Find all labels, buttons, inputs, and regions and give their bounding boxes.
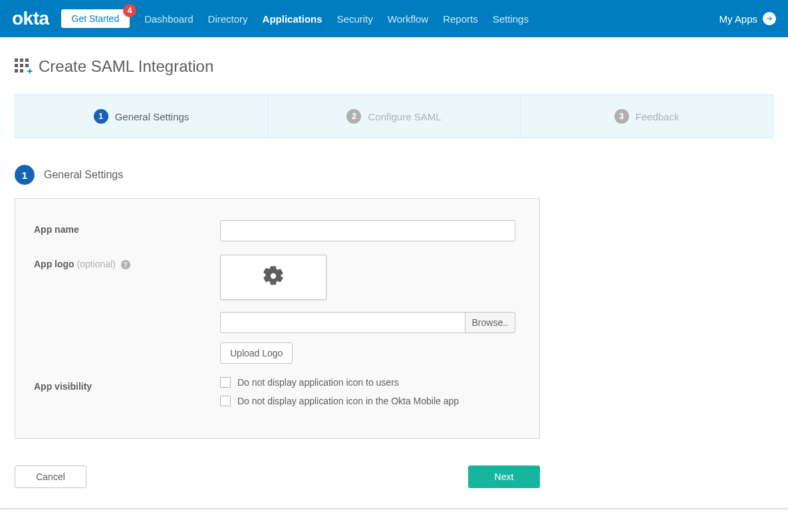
visibility-checkbox-users[interactable] [220, 377, 231, 388]
step-title: General Settings [44, 169, 123, 181]
wizard-step-num: 1 [94, 109, 108, 124]
cancel-button[interactable]: Cancel [15, 466, 86, 488]
logo-file-path-input[interactable] [220, 312, 465, 333]
nav-dashboard[interactable]: Dashboard [144, 13, 193, 25]
wizard-step-label: Configure SAML [368, 111, 441, 122]
wizard-step-label: General Settings [115, 111, 190, 122]
browse-button[interactable]: Browse.. [465, 312, 515, 333]
step-header: 1 General Settings [15, 165, 773, 185]
wizard-step-num: 2 [346, 109, 361, 124]
footer-buttons: Cancel Next [15, 466, 540, 488]
arrow-right-circle-icon [763, 12, 776, 25]
logo-preview [220, 255, 327, 300]
nav-applications[interactable]: Applications [263, 13, 323, 25]
visibility-option-users-label: Do not display application icon to users [237, 377, 399, 388]
step-number-badge: 1 [15, 165, 35, 185]
nav-workflow[interactable]: Workflow [388, 13, 428, 25]
nav-items: Dashboard Directory Applications Securit… [144, 13, 529, 25]
help-icon[interactable]: ? [121, 260, 130, 269]
wizard-step-feedback[interactable]: 3 Feedback [521, 95, 773, 138]
nav-reports[interactable]: Reports [443, 13, 478, 25]
general-settings-panel: App name App logo (optional) ? [15, 198, 540, 439]
app-visibility-label: App visibility [34, 377, 220, 392]
app-name-input[interactable] [220, 220, 515, 241]
page-title: Create SAML Integration [39, 57, 213, 76]
next-button[interactable]: Next [468, 466, 540, 488]
get-started-badge: 4 [123, 4, 136, 17]
wizard-step-label: Feedback [636, 111, 680, 122]
nav-security[interactable]: Security [337, 13, 373, 25]
wizard-step-general-settings[interactable]: 1 General Settings [15, 95, 268, 138]
app-logo-label: App logo (optional) ? [34, 255, 220, 269]
okta-logo: okta [12, 8, 49, 29]
my-apps-label: My Apps [719, 13, 757, 25]
upload-logo-button[interactable]: Upload Logo [220, 342, 293, 364]
gear-icon [262, 265, 285, 290]
visibility-option-mobile-label: Do not display application icon in the O… [237, 396, 459, 406]
nav-settings[interactable]: Settings [493, 13, 529, 25]
visibility-option-mobile[interactable]: Do not display application icon in the O… [220, 396, 515, 406]
wizard-step-num: 3 [614, 109, 629, 124]
visibility-checkbox-mobile[interactable] [220, 396, 231, 406]
topnav: okta Get Started 4 Dashboard Directory A… [0, 0, 788, 37]
page-title-row: + Create SAML Integration [15, 57, 773, 76]
get-started-label: Get Started [72, 13, 120, 24]
get-started-button[interactable]: Get Started 4 [61, 9, 130, 28]
my-apps-link[interactable]: My Apps [719, 12, 776, 25]
app-name-label: App name [34, 220, 220, 235]
app-grid-plus-icon: + [15, 59, 31, 74]
wizard-nav: 1 General Settings 2 Configure SAML 3 Fe… [15, 94, 773, 138]
wizard-step-configure-saml[interactable]: 2 Configure SAML [268, 95, 521, 138]
visibility-option-users[interactable]: Do not display application icon to users [220, 377, 515, 388]
nav-directory[interactable]: Directory [208, 13, 248, 25]
